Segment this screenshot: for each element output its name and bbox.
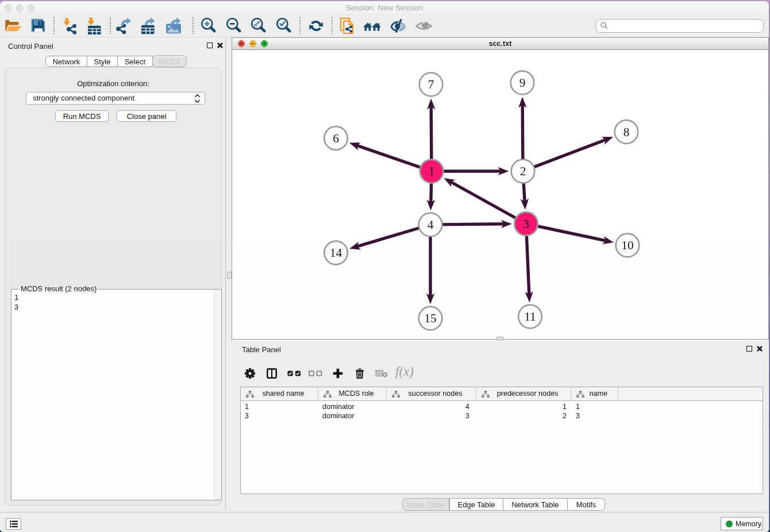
svg-text:6: 6 [333, 132, 339, 145]
svg-text:2: 2 [520, 164, 526, 178]
svg-text:4: 4 [428, 218, 434, 232]
svg-text:8: 8 [623, 125, 630, 139]
svg-text:15: 15 [424, 311, 437, 325]
svg-text:14: 14 [330, 246, 342, 260]
svg-text:11: 11 [524, 310, 536, 323]
svg-text:10: 10 [621, 238, 634, 252]
svg-text:9: 9 [519, 76, 526, 90]
svg-text:1: 1 [429, 164, 435, 178]
svg-text:3: 3 [523, 217, 529, 231]
svg-text:7: 7 [428, 78, 434, 91]
